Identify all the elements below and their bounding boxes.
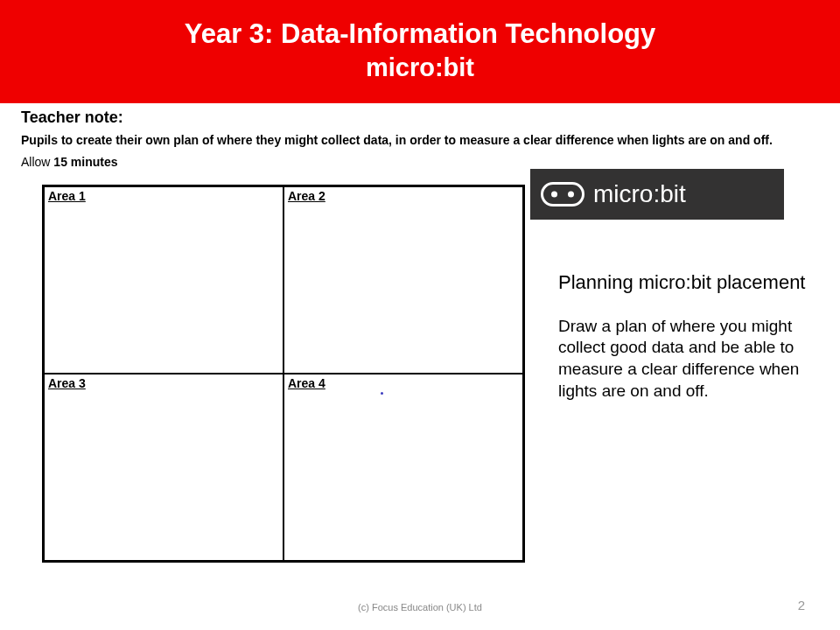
instruction-body: Draw a plan of where you might collect g… (558, 316, 830, 402)
content-area: Teacher note: Pupils to create their own… (0, 103, 840, 169)
cell-label: Area 2 (288, 189, 326, 203)
teacher-note-body: Pupils to create their own plan of where… (21, 132, 808, 148)
grid-cell-area3: Area 3 (44, 374, 284, 561)
microbit-icon (541, 182, 584, 206)
grid-cell-area2: Area 2 (284, 186, 523, 374)
instruction-block: Planning micro:bit placement Draw a plan… (558, 270, 830, 402)
grid-cell-area4: Area 4 (284, 374, 523, 561)
cell-label: Area 4 (288, 376, 326, 390)
cell-label: Area 1 (48, 189, 86, 203)
grid-cell-area1: Area 1 (44, 186, 284, 374)
allow-duration: 15 minutes (53, 155, 117, 169)
stray-dot (381, 392, 383, 395)
cell-label: Area 3 (48, 376, 86, 390)
banner-title-line2: micro:bit (0, 52, 840, 83)
allow-prefix: Allow (21, 155, 53, 169)
allow-time: Allow 15 minutes (21, 155, 819, 169)
microbit-logo-text: micro:bit (593, 180, 686, 208)
header-banner: Year 3: Data-Information Technology micr… (0, 0, 840, 103)
footer-copyright: (c) Focus Education (UK) Ltd (0, 602, 840, 612)
teacher-note-label: Teacher note: (21, 108, 819, 127)
instruction-heading: Planning micro:bit placement (558, 270, 830, 295)
microbit-logo: micro:bit (530, 169, 784, 220)
planning-grid: Area 1 Area 2 Area 3 Area 4 (42, 185, 525, 563)
page-number: 2 (798, 598, 805, 612)
banner-title-line1: Year 3: Data-Information Technology (0, 18, 840, 52)
